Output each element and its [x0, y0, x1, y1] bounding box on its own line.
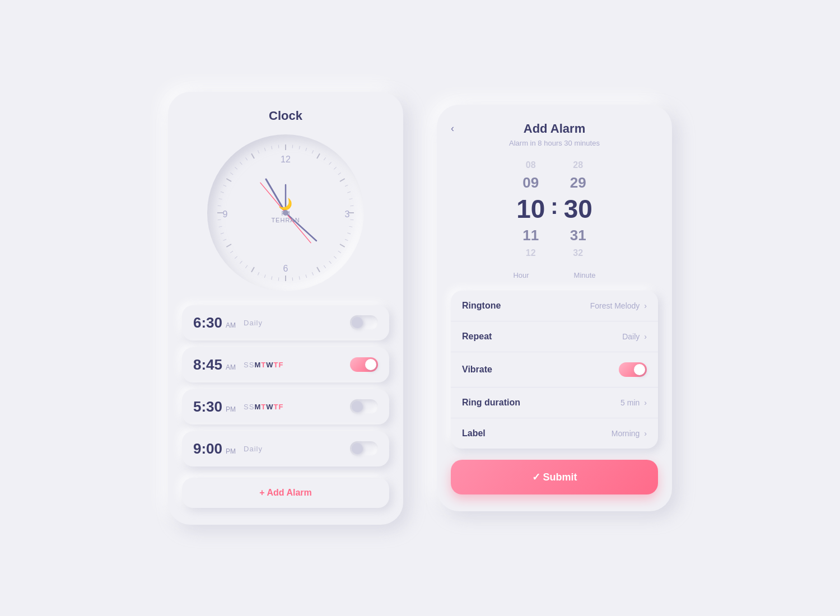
svg-line-21 [338, 251, 341, 253]
alarm-time: 5:30 [193, 398, 222, 416]
label-setting[interactable]: Label Morning › [451, 418, 658, 449]
vibrate-setting[interactable]: Vibrate [451, 352, 658, 388]
svg-line-1 [292, 144, 293, 148]
alarm-item[interactable]: 8:45 AM SSMTWTF [182, 347, 389, 382]
svg-line-43 [219, 226, 222, 227]
svg-line-14 [350, 206, 353, 206]
ring-duration-label: Ring duration [462, 398, 620, 408]
hour-item[interactable]: 11 [522, 225, 539, 246]
minute-selected[interactable]: 30 [564, 194, 592, 225]
chevron-icon: › [644, 429, 647, 438]
repeat-value: Daily [622, 332, 640, 341]
svg-line-51 [230, 172, 233, 175]
hour-item[interactable]: 12 [526, 246, 536, 260]
minute-item[interactable]: 32 [573, 246, 583, 260]
svg-line-24 [324, 265, 326, 268]
alarm-item[interactable]: 5:30 PM SSMTWTF [182, 389, 389, 424]
chevron-icon: › [644, 398, 647, 407]
submit-button[interactable]: ✓ Submit [451, 460, 658, 494]
clock-moon-icon: 🌙 [271, 197, 300, 210]
hour-selected[interactable]: 10 [516, 194, 545, 225]
clock-face-wrapper: 12 3 6 9 [182, 134, 389, 291]
toggle-knob [365, 359, 376, 370]
svg-line-35 [251, 267, 254, 272]
minute-item[interactable]: 29 [570, 172, 586, 194]
alarm-toggle-active[interactable] [350, 357, 378, 372]
alarm-label: SSMTWTF [244, 403, 350, 411]
svg-line-28 [299, 276, 300, 279]
svg-line-5 [317, 153, 320, 158]
alarm-label: Daily [244, 445, 350, 453]
alarm-period: AM [226, 363, 236, 374]
svg-line-31 [278, 277, 279, 281]
panel-header: ‹ Add Alarm [451, 122, 658, 136]
svg-line-22 [334, 256, 336, 258]
alarm-item[interactable]: 6:30 AM Daily [182, 305, 389, 340]
alarm-toggle[interactable] [350, 441, 378, 456]
svg-line-38 [235, 256, 237, 258]
svg-text:9: 9 [223, 209, 228, 219]
vibrate-toggle[interactable] [619, 362, 647, 377]
svg-line-55 [251, 153, 254, 158]
svg-line-48 [221, 192, 224, 193]
repeat-setting[interactable]: Repeat Daily › [451, 321, 658, 352]
hour-label: Hour [513, 271, 529, 279]
clock-city: TEHRAN [271, 216, 300, 223]
svg-text:12: 12 [281, 155, 291, 164]
svg-line-44 [218, 220, 221, 220]
ringtone-label: Ringtone [462, 301, 590, 311]
svg-line-29 [292, 277, 293, 281]
svg-line-57 [264, 147, 265, 151]
time-label-row: Hour Minute [451, 271, 658, 279]
submit-label: ✓ Submit [532, 471, 577, 483]
toggle-knob [634, 364, 645, 375]
svg-line-9 [338, 172, 341, 175]
svg-line-56 [258, 150, 259, 153]
svg-line-41 [223, 239, 226, 240]
label-value: Morning [612, 429, 640, 438]
alarm-period: PM [226, 405, 236, 416]
minute-item[interactable]: 28 [573, 158, 583, 172]
chevron-icon: › [644, 301, 647, 310]
alarm-toggle[interactable] [350, 315, 378, 330]
svg-line-25 [317, 267, 320, 272]
ringtone-setting[interactable]: Ringtone Forest Melody › [451, 291, 658, 321]
panel-title: Add Alarm [524, 122, 585, 136]
back-button[interactable]: ‹ [451, 123, 454, 134]
clock-period: PM [271, 210, 300, 216]
svg-line-59 [278, 144, 279, 148]
hours-column[interactable]: 08 09 10 11 12 [516, 158, 545, 260]
add-alarm-panel: ‹ Add Alarm Alarm in 8 hours 30 minutes … [437, 105, 672, 511]
svg-line-18 [347, 232, 351, 234]
svg-line-53 [240, 162, 242, 164]
ring-duration-setting[interactable]: Ring duration 5 min › [451, 388, 658, 418]
svg-line-36 [245, 265, 248, 268]
minute-item[interactable]: 31 [570, 225, 586, 246]
svg-line-27 [306, 274, 307, 278]
hour-item[interactable]: 09 [522, 172, 539, 194]
svg-line-39 [230, 251, 233, 253]
settings-list: Ringtone Forest Melody › Repeat Daily › … [451, 291, 658, 449]
svg-line-17 [349, 226, 352, 227]
svg-line-16 [350, 220, 353, 220]
svg-line-58 [272, 146, 272, 149]
svg-line-12 [347, 192, 351, 193]
add-alarm-button[interactable]: + Add Alarm [182, 478, 389, 508]
alarm-time: 9:00 [193, 440, 222, 458]
svg-text:3: 3 [345, 209, 350, 219]
alarm-label: SSMTWTF [244, 361, 350, 369]
clock-panel: Clock [168, 92, 403, 525]
svg-line-47 [219, 198, 222, 199]
svg-line-46 [218, 206, 221, 206]
svg-line-54 [245, 157, 248, 160]
alarm-item[interactable]: 9:00 PM Daily [182, 431, 389, 466]
hour-item[interactable]: 08 [526, 158, 536, 172]
svg-line-2 [299, 146, 300, 149]
time-separator: : [550, 194, 558, 225]
alarm-label: Daily [244, 319, 350, 327]
svg-line-3 [306, 147, 307, 151]
clock-face: 12 3 6 9 [207, 134, 364, 291]
minute-label: Minute [574, 271, 596, 279]
alarm-toggle[interactable] [350, 399, 378, 414]
minutes-column[interactable]: 28 29 30 31 32 [564, 158, 592, 260]
